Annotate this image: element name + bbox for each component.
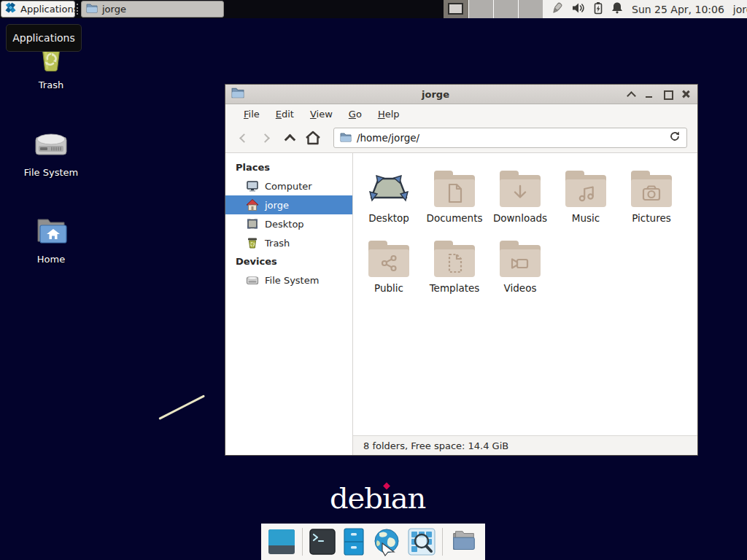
menu-file[interactable]: File	[237, 106, 266, 122]
file-music[interactable]: Music	[553, 165, 619, 235]
sidebar-item-label: Computer	[265, 181, 312, 192]
folder-icon	[500, 241, 541, 277]
sidebar-item-computer[interactable]: Computer	[225, 176, 352, 195]
file-label: Music	[572, 212, 600, 224]
download-glyph	[509, 182, 531, 204]
folder-icon	[565, 171, 606, 207]
sidebar-item-trash[interactable]: Trash	[225, 233, 352, 252]
terminal-button[interactable]	[309, 527, 336, 556]
window-titlebar[interactable]: jorge	[225, 85, 697, 104]
folder-icon	[434, 171, 475, 207]
app-finder-button[interactable]	[408, 527, 436, 556]
battery-icon[interactable]	[593, 1, 603, 18]
web-browser-button[interactable]	[372, 527, 401, 556]
home-button[interactable]	[303, 128, 323, 147]
sidebar-item-desktop[interactable]: Desktop	[225, 214, 352, 233]
sidebar-item-label: Desktop	[265, 219, 304, 230]
bottom-dock	[261, 524, 485, 560]
window-title: jorge	[244, 89, 627, 100]
file-label: Templates	[430, 282, 480, 294]
workspace-4[interactable]	[518, 0, 543, 18]
template-glyph	[444, 252, 465, 274]
music-glyph	[575, 182, 597, 204]
taskbar-window-button[interactable]: jorge	[81, 1, 224, 18]
file-desktop[interactable]: Desktop	[356, 165, 422, 235]
statusbar-text: 8 folders, Free space: 14.4 GiB	[363, 440, 508, 451]
desktop-icon	[368, 165, 409, 207]
workspace-1[interactable]	[444, 0, 468, 18]
dock-separator	[442, 528, 443, 556]
minimize-button[interactable]	[645, 90, 654, 98]
share-glyph	[378, 252, 400, 274]
menubar: File Edit View Go Help	[225, 104, 697, 123]
close-button[interactable]	[681, 90, 690, 98]
shade-button[interactable]	[627, 90, 635, 98]
folders-icon	[449, 529, 479, 555]
directory-button[interactable]	[449, 527, 479, 556]
menu-go[interactable]: Go	[342, 106, 368, 122]
file-manager-window: jorge File Edit View Go Help	[225, 84, 698, 456]
sidebar-header-places: Places	[225, 158, 352, 176]
panel-clock[interactable]: Sun 25 Apr, 10:06	[632, 4, 724, 15]
desktop-icon-label: Home	[37, 254, 65, 265]
reload-button[interactable]	[669, 131, 681, 145]
menu-edit[interactable]: Edit	[269, 106, 301, 122]
panel-status-area: Sun 25 Apr, 10:06 jorge	[543, 0, 747, 18]
file-cabinet-icon	[342, 528, 365, 556]
panel-username[interactable]: jorge	[733, 4, 747, 15]
desktop-icon-file-system[interactable]: File System	[18, 127, 85, 178]
sidebar: Places Computer jorge	[225, 153, 353, 455]
document-glyph	[444, 182, 465, 204]
web-browser-icon	[372, 527, 401, 556]
panel-handle[interactable]	[77, 4, 79, 15]
desktop-icon-home[interactable]: Home	[18, 214, 85, 265]
file-videos[interactable]: Videos	[487, 235, 553, 305]
folder-icon	[500, 171, 541, 207]
file-label: Pictures	[632, 212, 670, 224]
show-desktop-button[interactable]	[268, 527, 295, 556]
applications-tooltip-text: Applications	[12, 32, 75, 44]
hard-drive-icon	[246, 273, 259, 287]
file-manager-button[interactable]	[342, 527, 365, 556]
stylus-icon[interactable]	[550, 1, 564, 18]
folder-icon	[86, 2, 98, 16]
forward-button[interactable]	[256, 128, 276, 147]
top-panel: Applications jorge	[0, 0, 747, 18]
file-templates[interactable]: Templates	[422, 235, 487, 305]
volume-icon[interactable]	[572, 2, 585, 17]
debian-logo-text: an	[391, 481, 426, 515]
back-button[interactable]	[233, 128, 253, 147]
terminal-icon	[309, 529, 336, 555]
toolbar: /home/jorge/	[225, 123, 697, 153]
xfce-logo-icon	[4, 1, 17, 17]
file-public[interactable]: Public	[356, 235, 422, 305]
applications-tooltip: Applications	[6, 24, 82, 52]
computer-icon	[246, 179, 259, 192]
path-entry[interactable]: /home/jorge/	[333, 128, 687, 148]
file-documents[interactable]: Documents	[422, 165, 487, 235]
file-label: Videos	[504, 282, 537, 294]
workspace-pager[interactable]	[444, 0, 543, 18]
show-desktop-icon	[268, 529, 295, 555]
menu-help[interactable]: Help	[371, 106, 406, 122]
folder-icon	[340, 131, 352, 145]
statusbar: 8 folders, Free space: 14.4 GiB	[353, 435, 697, 455]
sidebar-item-label: jorge	[265, 200, 289, 211]
taskbar-window-label: jorge	[102, 4, 126, 15]
workspace-2[interactable]	[468, 0, 493, 18]
file-downloads[interactable]: Downloads	[487, 165, 553, 235]
applications-menu-button[interactable]: Applications	[1, 1, 75, 18]
up-button[interactable]	[279, 128, 300, 147]
reload-icon	[669, 131, 681, 142]
menu-view[interactable]: View	[303, 106, 339, 122]
sidebar-item-file-system[interactable]: File System	[225, 271, 352, 289]
sidebar-item-jorge[interactable]: jorge	[225, 195, 352, 214]
forward-icon	[260, 133, 270, 143]
path-text: /home/jorge/	[357, 132, 664, 144]
desktop-icon-label: Trash	[39, 79, 63, 90]
back-icon	[239, 133, 249, 143]
file-pictures[interactable]: Pictures	[619, 165, 684, 235]
maximize-button[interactable]	[663, 90, 672, 98]
notifications-icon[interactable]	[611, 1, 623, 17]
workspace-3[interactable]	[493, 0, 518, 18]
